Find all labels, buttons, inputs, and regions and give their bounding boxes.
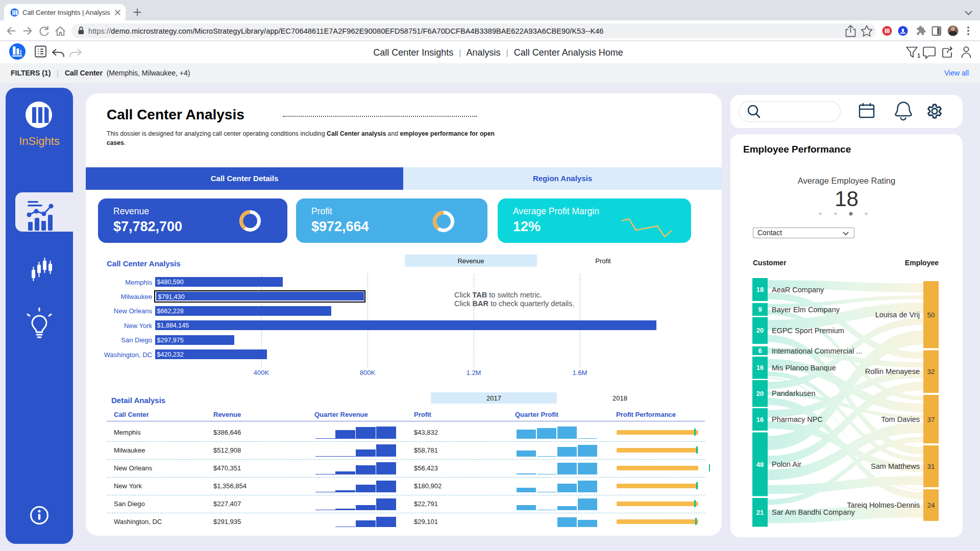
svg-text:31: 31 bbox=[927, 463, 935, 470]
svg-text:20: 20 bbox=[756, 390, 764, 397]
svg-text:Bayer Elm Company: Bayer Elm Company bbox=[772, 306, 840, 314]
svg-text:Louisa de Vrij: Louisa de Vrij bbox=[875, 311, 920, 319]
svg-text:Sam Matthews: Sam Matthews bbox=[871, 462, 920, 470]
svg-text:AeaR Company: AeaR Company bbox=[772, 286, 824, 294]
svg-text:Sar Am Bandhi Company: Sar Am Bandhi Company bbox=[772, 508, 855, 516]
svg-text:Pharmacy NPC: Pharmacy NPC bbox=[772, 415, 823, 423]
svg-text:Tareiq Holmes-Dennis: Tareiq Holmes-Dennis bbox=[847, 501, 920, 509]
svg-text:37: 37 bbox=[927, 416, 935, 423]
svg-text:Polon Air: Polon Air bbox=[772, 460, 801, 468]
svg-text:International Commercial ...: International Commercial ... bbox=[772, 347, 862, 355]
svg-text:Pandarkusen: Pandarkusen bbox=[772, 389, 815, 397]
svg-text:Rollin Menayese: Rollin Menayese bbox=[865, 367, 920, 375]
svg-text:50: 50 bbox=[927, 311, 935, 319]
svg-text:1: 1 bbox=[917, 53, 920, 59]
svg-text:6: 6 bbox=[758, 347, 762, 355]
svg-text:9: 9 bbox=[758, 306, 762, 313]
svg-text:Tom Davies: Tom Davies bbox=[881, 415, 920, 423]
svg-text:24: 24 bbox=[927, 502, 935, 509]
svg-text:16: 16 bbox=[756, 416, 764, 423]
svg-text:16: 16 bbox=[756, 364, 764, 371]
svg-text:21: 21 bbox=[756, 509, 764, 516]
svg-text:EGPC Sport Premium: EGPC Sport Premium bbox=[772, 327, 844, 335]
svg-text:48: 48 bbox=[756, 461, 764, 468]
svg-text:32: 32 bbox=[927, 368, 935, 375]
svg-text:Mis Planoo Banque: Mis Planoo Banque bbox=[772, 364, 836, 372]
svg-text:20: 20 bbox=[756, 327, 764, 334]
svg-text:18: 18 bbox=[756, 286, 764, 293]
